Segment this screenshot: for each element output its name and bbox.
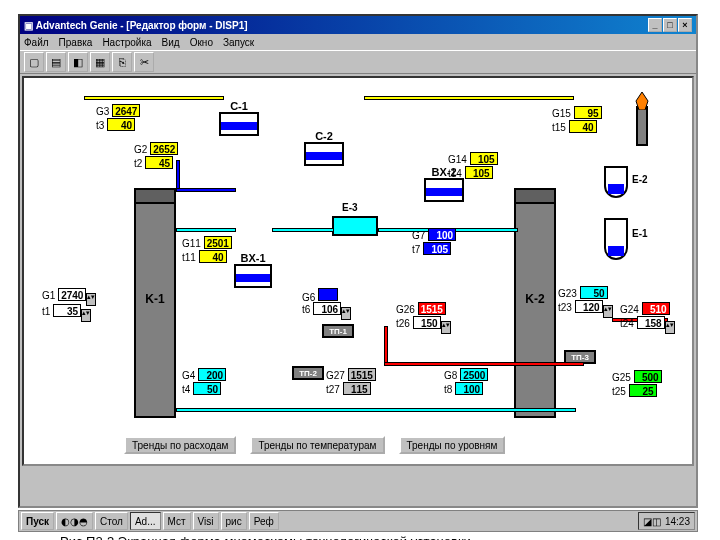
unit-bx2: BX-2 xyxy=(424,178,464,202)
minimize-button[interactable]: _ xyxy=(648,18,662,32)
stepper-t26[interactable]: ▴▾ xyxy=(441,321,451,334)
tag-g3-v: 2647 xyxy=(112,104,140,117)
tool-2[interactable]: ▤ xyxy=(46,52,66,72)
menu-setup[interactable]: Настройка xyxy=(102,37,151,48)
tag-t14-v: 105 xyxy=(465,166,493,179)
tag-t23-v[interactable]: 120 xyxy=(575,300,603,313)
tag-t23-l: t23 xyxy=(558,302,572,313)
tag-g6-v xyxy=(318,288,338,301)
tag-g8-l: G8 xyxy=(444,370,457,381)
task-item[interactable]: Мст xyxy=(163,512,191,530)
tag-g11-v: 2501 xyxy=(204,236,232,249)
tag-t1-l: t1 xyxy=(42,306,50,317)
trend-flow-button[interactable]: Тренды по расходам xyxy=(124,436,236,454)
tag-t26-l: t26 xyxy=(396,318,410,329)
tag-t25-v: 25 xyxy=(629,384,657,397)
maximize-button[interactable]: □ xyxy=(663,18,677,32)
figure-caption: Рис.П2-3 Экранная форма мнемосхемы техно… xyxy=(60,534,471,540)
task-item[interactable]: Visi xyxy=(193,512,219,530)
quicklaunch[interactable]: ◐◑◓ xyxy=(56,512,93,530)
pipe xyxy=(84,96,224,100)
tag-g7-l: G7 xyxy=(412,230,425,241)
tag-g26-v: 1515 xyxy=(418,302,446,315)
menu-edit[interactable]: Правка xyxy=(59,37,93,48)
task-item[interactable]: Стол xyxy=(95,512,128,530)
tag-g14-l: G14 xyxy=(448,154,467,165)
pipe xyxy=(384,362,584,366)
tag-g25-l: G25 xyxy=(612,372,631,383)
task-item[interactable]: рис xyxy=(221,512,247,530)
taskbar: Пуск ◐◑◓ Стол Ad... Мст Visi рис Реф ◪◫1… xyxy=(18,510,698,532)
tag-g15-l: G15 xyxy=(552,108,571,119)
tag-t2-l: t2 xyxy=(134,158,142,169)
tool-5[interactable]: ⎘ xyxy=(112,52,132,72)
column-k1-label: K-1 xyxy=(136,292,174,306)
tag-g24-l: G24 xyxy=(620,304,639,315)
column-k2: K-2 xyxy=(514,188,556,418)
pipe xyxy=(364,96,574,100)
close-button[interactable]: × xyxy=(678,18,692,32)
tag-t14-l: t14 xyxy=(448,168,462,179)
tag-t3-v: 40 xyxy=(107,118,135,131)
tag-g26-l: G26 xyxy=(396,304,415,315)
tag-t24-l: t24 xyxy=(620,318,634,329)
flare-stack xyxy=(636,106,648,146)
pipe xyxy=(272,228,334,232)
stepper-t24[interactable]: ▴▾ xyxy=(665,321,675,334)
tag-g2-l: G2 xyxy=(134,144,147,155)
trend-level-button[interactable]: Тренды по уровням xyxy=(399,436,506,454)
tag-t26-v[interactable]: 150 xyxy=(413,316,441,329)
tag-t27-l: t27 xyxy=(326,384,340,395)
mnemonic-scheme: K-1 K-2 C-1 C-2 BX-1 BX-2 E-3 E-1 E-2 ТП… xyxy=(22,76,694,466)
pipe xyxy=(176,188,236,192)
trend-temp-button[interactable]: Тренды по температурам xyxy=(250,436,384,454)
tag-g25-v: 500 xyxy=(634,370,662,383)
unit-bx1: BX-1 xyxy=(234,264,272,288)
tag-g24-v: 510 xyxy=(642,302,670,315)
tool-6[interactable]: ✂ xyxy=(134,52,154,72)
window-title: Advantech Genie - [Редактор форм - DISP1… xyxy=(36,20,248,31)
tag-t8-v: 100 xyxy=(455,382,483,395)
tag-t15-l: t15 xyxy=(552,122,566,133)
tag-t4-v: 50 xyxy=(193,382,221,395)
tag-g8-v: 2500 xyxy=(460,368,488,381)
task-item[interactable]: Ad... xyxy=(130,512,161,530)
unit-e3 xyxy=(332,216,378,236)
menu-file[interactable]: Файл xyxy=(24,37,49,48)
tag-g1-v[interactable]: 2740 xyxy=(58,288,86,301)
tag-t7-v: 105 xyxy=(423,242,451,255)
unit-tp1: ТП-1 xyxy=(322,324,354,338)
tag-g14-v: 105 xyxy=(470,152,498,165)
tag-g7-v: 100 xyxy=(428,228,456,241)
unit-e1 xyxy=(604,218,628,260)
unit-e2-label: E-2 xyxy=(632,174,648,185)
unit-c1: C-1 xyxy=(219,112,259,136)
tag-g27-v: 1515 xyxy=(348,368,376,381)
tag-g4-l: G4 xyxy=(182,370,195,381)
menu-view[interactable]: Вид xyxy=(162,37,180,48)
tool-3[interactable]: ◧ xyxy=(68,52,88,72)
unit-tp2: ТП-2 xyxy=(292,366,324,380)
titlebar: ▣ Advantech Genie - [Редактор форм - DIS… xyxy=(20,16,696,34)
tool-1[interactable]: ▢ xyxy=(24,52,44,72)
app-window: ▣ Advantech Genie - [Редактор форм - DIS… xyxy=(18,14,698,508)
stepper-t23[interactable]: ▴▾ xyxy=(603,305,613,318)
menubar: Файл Правка Настройка Вид Окно Запуск xyxy=(20,34,696,50)
toolbar: ▢ ▤ ◧ ▦ ⎘ ✂ xyxy=(20,50,696,74)
stepper-t1[interactable]: ▴▾ xyxy=(81,309,91,322)
tag-t24-v[interactable]: 158 xyxy=(637,316,665,329)
tag-t1-v[interactable]: 35 xyxy=(53,304,81,317)
tag-t3-l: t3 xyxy=(96,120,104,131)
pipe xyxy=(176,408,576,412)
menu-window[interactable]: Окно xyxy=(190,37,213,48)
menu-run[interactable]: Запуск xyxy=(223,37,254,48)
tool-4[interactable]: ▦ xyxy=(90,52,110,72)
stepper-t6[interactable]: ▴▾ xyxy=(341,307,351,320)
task-item[interactable]: Реф xyxy=(249,512,279,530)
start-button[interactable]: Пуск xyxy=(21,512,54,530)
tag-g4-v: 200 xyxy=(198,368,226,381)
tag-t6-v[interactable]: 106 xyxy=(313,302,341,315)
tag-t25-l: t25 xyxy=(612,386,626,397)
column-k1: K-1 xyxy=(134,188,176,418)
app-icon: ▣ xyxy=(24,20,33,31)
